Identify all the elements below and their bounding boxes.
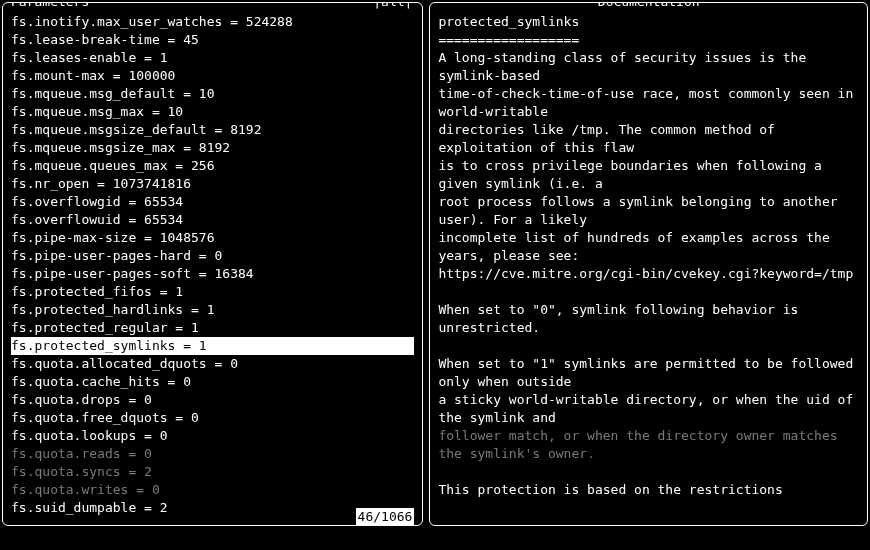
doc-line: When set to "1" symlinks are permitted t… xyxy=(438,355,859,391)
filter-tag: |all| xyxy=(373,2,412,11)
parameter-row[interactable]: fs.mqueue.queues_max = 256 xyxy=(11,157,414,175)
parameter-row[interactable]: fs.inotify.max_user_watches = 524288 xyxy=(11,13,414,31)
doc-line: is to cross privilege boundaries when fo… xyxy=(438,157,859,193)
documentation-pane[interactable]: Documentation protected_symlinks========… xyxy=(429,2,868,526)
doc-line xyxy=(438,337,859,355)
parameter-list[interactable]: fs.inotify.max_user_watches = 524288fs.l… xyxy=(11,13,414,517)
parameters-title: Parameters xyxy=(11,2,89,11)
parameter-row[interactable]: fs.quota.syncs = 2 xyxy=(11,463,414,481)
parameter-row[interactable]: fs.suid_dumpable = 2 xyxy=(11,499,414,517)
parameter-row[interactable]: fs.mqueue.msgsize_max = 8192 xyxy=(11,139,414,157)
doc-line: protected_symlinks xyxy=(438,13,859,31)
doc-line: A long-standing class of security issues… xyxy=(438,49,859,85)
doc-line: a sticky world-writable directory, or wh… xyxy=(438,391,859,427)
doc-line: When set to "0", symlink following behav… xyxy=(438,301,859,337)
parameter-row[interactable]: fs.nr_open = 1073741816 xyxy=(11,175,414,193)
doc-line: ================== xyxy=(438,31,859,49)
parameter-row[interactable]: fs.quota.allocated_dquots = 0 xyxy=(11,355,414,373)
parameter-row-selected[interactable]: fs.protected_symlinks = 1 xyxy=(11,337,414,355)
parameter-row[interactable]: fs.protected_fifos = 1 xyxy=(11,283,414,301)
doc-line: This protection is based on the restrict… xyxy=(438,481,859,499)
parameter-row[interactable]: fs.mqueue.msg_max = 10 xyxy=(11,103,414,121)
doc-line: https://cve.mitre.org/cgi-bin/cvekey.cgi… xyxy=(438,265,859,283)
doc-line: directories like /tmp. The common method… xyxy=(438,121,859,157)
doc-line xyxy=(438,283,859,301)
parameter-row[interactable]: fs.leases-enable = 1 xyxy=(11,49,414,67)
parameter-row[interactable]: fs.quota.lookups = 0 xyxy=(11,427,414,445)
position-counter: 46/1066 xyxy=(356,508,415,526)
documentation-body: protected_symlinks==================A lo… xyxy=(438,13,859,499)
doc-line: follower match, or when the directory ow… xyxy=(438,427,859,463)
parameter-row[interactable]: fs.quota.drops = 0 xyxy=(11,391,414,409)
parameter-row[interactable]: fs.quota.cache_hits = 0 xyxy=(11,373,414,391)
parameters-pane[interactable]: Parameters |all| fs.inotify.max_user_wat… xyxy=(2,2,423,526)
doc-line: time-of-check-time-of-use race, most com… xyxy=(438,85,859,121)
parameter-row[interactable]: fs.pipe-user-pages-hard = 0 xyxy=(11,247,414,265)
parameter-row[interactable]: fs.mqueue.msg_default = 10 xyxy=(11,85,414,103)
parameter-row[interactable]: fs.quota.writes = 0 xyxy=(11,481,414,499)
parameter-row[interactable]: fs.overflowgid = 65534 xyxy=(11,193,414,211)
documentation-title: Documentation xyxy=(598,2,700,11)
parameter-row[interactable]: fs.lease-break-time = 45 xyxy=(11,31,414,49)
parameter-row[interactable]: fs.quota.free_dquots = 0 xyxy=(11,409,414,427)
parameter-row[interactable]: fs.overflowuid = 65534 xyxy=(11,211,414,229)
parameter-row[interactable]: fs.pipe-max-size = 1048576 xyxy=(11,229,414,247)
doc-line: incomplete list of hundreds of examples … xyxy=(438,229,859,265)
doc-line xyxy=(438,463,859,481)
parameter-row[interactable]: fs.pipe-user-pages-soft = 16384 xyxy=(11,265,414,283)
parameter-row[interactable]: fs.quota.reads = 0 xyxy=(11,445,414,463)
parameter-row[interactable]: fs.mount-max = 100000 xyxy=(11,67,414,85)
parameter-row[interactable]: fs.mqueue.msgsize_default = 8192 xyxy=(11,121,414,139)
doc-line: root process follows a symlink belonging… xyxy=(438,193,859,229)
parameter-row[interactable]: fs.protected_regular = 1 xyxy=(11,319,414,337)
parameter-row[interactable]: fs.protected_hardlinks = 1 xyxy=(11,301,414,319)
